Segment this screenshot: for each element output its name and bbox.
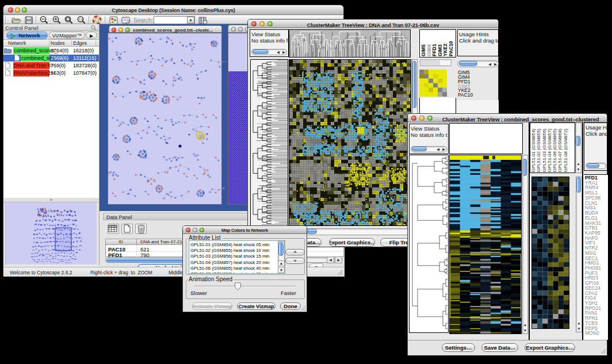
- svg-text:1:1: 1:1: [79, 17, 83, 21]
